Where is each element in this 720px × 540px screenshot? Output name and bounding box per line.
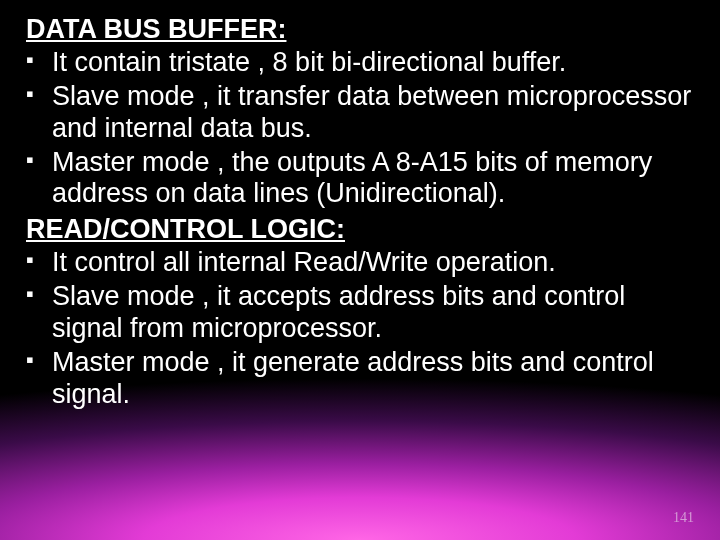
heading-data-bus-buffer: DATA BUS BUFFER: (26, 14, 700, 45)
list-item: It control all internal Read/Write opera… (26, 247, 700, 279)
heading-read-control-logic: READ/CONTROL LOGIC: (26, 214, 700, 245)
list-item: Master mode , the outputs A 8-A15 bits o… (26, 147, 700, 211)
list-item: It contain tristate , 8 bit bi-direction… (26, 47, 700, 79)
list-item: Slave mode , it accepts address bits and… (26, 281, 700, 345)
list-item: Master mode , it generate address bits a… (26, 347, 700, 411)
list-item: Slave mode , it transfer data between mi… (26, 81, 700, 145)
bullet-list-1: It contain tristate , 8 bit bi-direction… (26, 47, 700, 210)
slide-content: DATA BUS BUFFER: It contain tristate , 8… (26, 10, 700, 520)
bullet-list-2: It control all internal Read/Write opera… (26, 247, 700, 410)
page-number: 141 (673, 510, 694, 526)
